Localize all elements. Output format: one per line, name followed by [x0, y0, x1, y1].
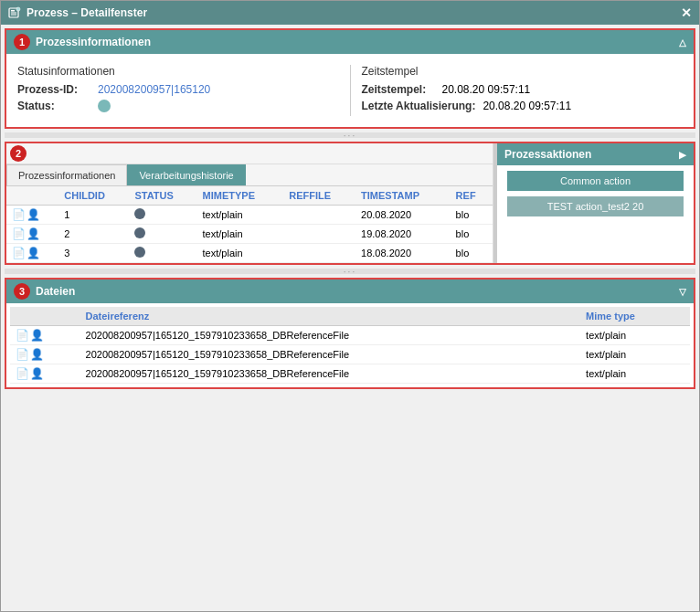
tab-prozessinformationen[interactable]: Prozessinformationen: [6, 164, 127, 185]
status-indicator: [134, 208, 145, 219]
main-window: Prozess – Detailfenster ✕ 1 Prozessinfor…: [0, 0, 700, 612]
section3-number: 3: [14, 283, 30, 300]
section1-body: Statusinformationen Prozess-ID: 20200820…: [6, 54, 694, 127]
status-indicator: [134, 227, 145, 238]
file-person-icon: 👤: [30, 329, 43, 342]
table-row[interactable]: 📄 👤 3 text/plain 18.08.2020 blo: [6, 244, 493, 263]
status-cell: [129, 225, 196, 244]
section3-body: Dateireferenz Mime type 📄 👤 202008200957…: [6, 303, 694, 387]
zeitstempel-label: Zeitstempel:: [362, 83, 435, 96]
file-person-icon: 👤: [30, 367, 43, 380]
table-row[interactable]: 📄 👤 1 text/plain 20.08.2020 blo: [6, 206, 493, 225]
file-icons-cell: 📄 👤: [10, 364, 80, 384]
table-row[interactable]: 📄 👤 2 text/plain 19.08.2020 blo: [6, 225, 493, 244]
zeitstempel-row: Zeitstempel: 20.08.20 09:57:11: [362, 83, 684, 96]
section3-title: Dateien: [36, 285, 75, 298]
window-icon: [8, 6, 21, 19]
col-ref: REF: [451, 186, 493, 206]
prozess-id-value: 202008200957|165120: [98, 83, 210, 96]
letzte-value: 20.08.20 09:57:11: [483, 100, 571, 112]
vertical-splitter[interactable]: [493, 143, 497, 263]
file-doc-icon: 📄: [16, 348, 28, 361]
vertical-divider: [350, 65, 351, 116]
timestamp-info-title: Zeitstempel: [362, 65, 684, 78]
close-button[interactable]: ✕: [681, 6, 692, 19]
section-verarbeitung: 2 Prozessinformationen Verarbeitungshist…: [5, 142, 695, 265]
file-mime-cell: text/plain: [580, 326, 690, 345]
svg-rect-2: [11, 13, 16, 14]
col-mimetype: MIMETYPE: [197, 186, 284, 206]
col-reffile: REFFILE: [283, 186, 355, 206]
file-icons-cell: 📄 👤: [10, 326, 80, 345]
ref-cell: blo: [451, 225, 493, 244]
timestamp-cell: 19.08.2020: [355, 225, 451, 244]
childid-cell: 1: [58, 206, 129, 225]
status-indicator: [98, 100, 111, 112]
timestamp-cell: 20.08.2020: [355, 206, 451, 225]
status-indicator: [134, 247, 145, 258]
tab-verarbeitungshistorie[interactable]: Verarbeitungshistorie: [127, 164, 245, 185]
actions-panel-title: Prozessaktionen: [504, 148, 591, 161]
file-ref-cell: 202008200957|165120_1597910233658_DBRefe…: [80, 345, 581, 364]
status-info-block: Statusinformationen Prozess-ID: 20200820…: [14, 61, 343, 120]
files-col-mime: Mime type: [580, 307, 690, 326]
tabs-bar: Prozessinformationen Verarbeitungshistor…: [6, 164, 493, 186]
list-item[interactable]: 📄 👤 202008200957|165120_1597910233658_DB…: [10, 364, 690, 384]
common-action-button[interactable]: Common action: [507, 171, 684, 191]
status-label: Status:: [17, 100, 90, 112]
files-table: Dateireferenz Mime type 📄 👤 202008200957…: [10, 307, 690, 384]
history-table-wrapper: CHILDID STATUS MIMETYPE REFFILE TIMESTAM…: [6, 186, 493, 263]
file-ref-cell: 202008200957|165120_1597910233658_DBRefe…: [80, 326, 581, 345]
file-icons-cell: 📄 👤: [10, 345, 80, 364]
file-mime-cell: text/plain: [580, 364, 690, 384]
files-col-ref: Dateireferenz: [80, 307, 581, 326]
section1-collapse-icon[interactable]: △: [679, 37, 686, 47]
doc-icon: 📄: [12, 247, 25, 259]
section2-left: 2 Prozessinformationen Verarbeitungshist…: [6, 143, 493, 263]
list-item[interactable]: 📄 👤 202008200957|165120_1597910233658_DB…: [10, 326, 690, 345]
mimetype-cell: text/plain: [197, 206, 284, 225]
section-dateien: 3 Dateien ▽ Dateireferenz Mime type: [5, 278, 695, 389]
reffile-cell: [283, 225, 355, 244]
window-title: Prozess – Detailfenster: [27, 6, 147, 19]
timestamp-info-block: Zeitstempel Zeitstempel: 20.08.20 09:57:…: [358, 61, 687, 120]
section-prozessinformationen: 1 Prozessinformationen △ Statusinformati…: [5, 28, 695, 129]
section3-header: 3 Dateien ▽: [6, 280, 694, 303]
drag-handle-2[interactable]: [5, 269, 695, 274]
history-table: CHILDID STATUS MIMETYPE REFFILE TIMESTAM…: [6, 186, 493, 263]
section3-collapse-icon[interactable]: ▽: [679, 287, 686, 297]
person-icon: 👤: [27, 247, 39, 259]
col-status: STATUS: [129, 186, 196, 206]
col-timestamp: TIMESTAMP: [355, 186, 451, 206]
section2-number: 2: [10, 145, 27, 162]
status-cell: [129, 244, 196, 263]
col-childid: CHILDID: [58, 186, 129, 206]
childid-cell: 2: [58, 225, 129, 244]
section1-title: Prozessinformationen: [36, 36, 151, 48]
drag-handle-1[interactable]: [5, 132, 695, 138]
person-icon: 👤: [27, 208, 39, 221]
zeitstempel-value: 20.08.20 09:57:11: [442, 83, 531, 96]
file-mime-cell: text/plain: [580, 345, 690, 364]
reffile-cell: [283, 206, 355, 225]
list-item[interactable]: 📄 👤 202008200957|165120_1597910233658_DB…: [10, 345, 690, 364]
status-cell: [129, 206, 196, 225]
section1-number: 1: [14, 34, 30, 50]
actions-panel-arrow[interactable]: ▶: [679, 150, 686, 160]
row-icons-cell: 📄 👤: [6, 244, 58, 263]
file-ref-cell: 202008200957|165120_1597910233658_DBRefe…: [80, 364, 581, 384]
col-icons: [6, 186, 58, 206]
section3-header-left: 3 Dateien: [14, 283, 75, 300]
ref-cell: blo: [451, 206, 493, 225]
title-bar: Prozess – Detailfenster ✕: [1, 1, 699, 25]
row-icons-cell: 📄 👤: [6, 206, 58, 225]
section1-header-left: 1 Prozessinformationen: [14, 34, 151, 50]
section2-body: 2 Prozessinformationen Verarbeitungshist…: [6, 143, 694, 263]
letzte-label: Letzte Aktualisierung:: [362, 100, 476, 112]
timestamp-cell: 18.08.2020: [355, 244, 451, 263]
section1-header: 1 Prozessinformationen △: [6, 30, 694, 54]
letzte-row: Letzte Aktualisierung: 20.08.20 09:57:11: [362, 100, 684, 112]
test-action-button[interactable]: TEST action_test2 20: [507, 196, 684, 216]
childid-cell: 3: [58, 244, 129, 263]
ref-cell: blo: [451, 244, 493, 263]
